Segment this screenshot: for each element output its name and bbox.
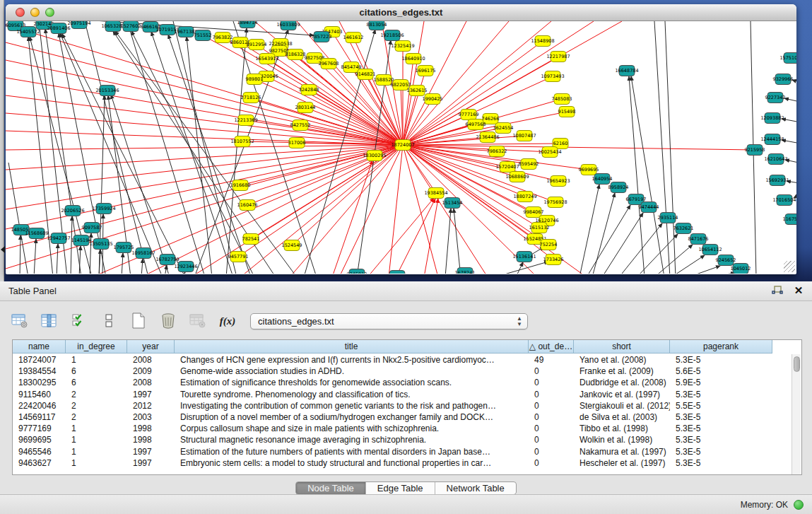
table-cell[interactable]: 6 bbox=[66, 366, 127, 377]
graph-edge[interactable] bbox=[629, 76, 645, 274]
table-cell[interactable]: 1997 bbox=[127, 389, 175, 400]
table-cell[interactable]: Disruption of a novel member of a sodium… bbox=[175, 411, 529, 423]
graph-node[interactable]: 19384554 bbox=[424, 188, 447, 199]
graph-node[interactable]: 2935114 bbox=[658, 213, 678, 223]
table-row[interactable]: 1830029562008Estimation of significance … bbox=[13, 377, 790, 388]
graph-node[interactable]: 15136141 bbox=[512, 252, 536, 262]
graph-node[interactable]: 2967608 bbox=[319, 59, 339, 69]
graph-edge[interactable] bbox=[403, 59, 413, 145]
graph-node[interactable]: 752254 bbox=[540, 240, 558, 250]
graph-node[interactable]: 782541 bbox=[242, 234, 260, 245]
table-cell[interactable]: 1998 bbox=[127, 423, 175, 434]
table-cell[interactable]: 0 bbox=[529, 434, 574, 445]
table-cell[interactable]: de Silva et al. (2003) bbox=[574, 411, 670, 423]
graph-edge[interactable] bbox=[141, 145, 403, 274]
graph-edge[interactable] bbox=[784, 98, 796, 105]
graph-node[interactable]: 8912954 bbox=[247, 40, 267, 50]
graph-node[interactable]: 9146821 bbox=[355, 69, 376, 80]
table-cell[interactable]: Franke et al. (2009) bbox=[574, 366, 670, 377]
select-columns-icon[interactable] bbox=[40, 312, 59, 330]
table-cell[interactable]: Investigating the contribution of common… bbox=[175, 400, 529, 411]
graph-node[interactable]: 1461612 bbox=[343, 33, 364, 43]
graph-edge[interactable] bbox=[57, 244, 58, 274]
graph-node[interactable]: 17016504 bbox=[772, 195, 796, 206]
graph-node[interactable]: 1045012 bbox=[731, 264, 751, 274]
graph-node[interactable]: 7857223 bbox=[312, 32, 332, 42]
table-cell[interactable]: 0 bbox=[529, 423, 574, 434]
graph-node[interactable]: 15692931 bbox=[765, 175, 789, 186]
table-cell[interactable]: 5.9E-5 bbox=[670, 377, 772, 388]
table-row[interactable]: 1938455462009Genome-wide association stu… bbox=[13, 366, 790, 377]
table-cell[interactable]: 1998 bbox=[127, 434, 175, 445]
row-height-icon[interactable] bbox=[99, 312, 119, 330]
graph-edge[interactable] bbox=[403, 21, 466, 145]
graph-node[interactable]: 9227342 bbox=[765, 93, 786, 103]
table-cell[interactable]: 49 bbox=[529, 354, 574, 366]
graph-node[interactable]: 1696175 bbox=[416, 66, 436, 76]
table-cell[interactable]: 5.3E-5 bbox=[670, 434, 772, 445]
graph-edge[interactable] bbox=[602, 213, 643, 274]
graph-edge[interactable] bbox=[20, 235, 20, 274]
table-cell[interactable]: 0 bbox=[529, 389, 574, 400]
table-row[interactable]: 2242004622012Investigating the contribut… bbox=[13, 400, 790, 411]
table-cell[interactable]: 1997 bbox=[127, 457, 175, 469]
graph-node[interactable]: 18107552 bbox=[230, 136, 254, 147]
graph-node[interactable]: 1733426 bbox=[543, 255, 564, 265]
graph-node[interactable]: 12325419 bbox=[391, 41, 414, 52]
graph-node[interactable]: 751552 bbox=[194, 30, 212, 41]
graph-edge[interactable] bbox=[403, 144, 560, 145]
table-cell[interactable]: 9699695 bbox=[13, 434, 66, 445]
graph-edge[interactable] bbox=[8, 163, 28, 274]
table-cell[interactable]: Genome-wide association studies in ADHD. bbox=[175, 366, 529, 377]
graph-edge[interactable] bbox=[495, 262, 548, 274]
table-row[interactable]: 977716911998Corpus callosum shape and si… bbox=[13, 423, 790, 434]
function-builder-icon[interactable]: f(x) bbox=[218, 312, 237, 330]
graph-edge[interactable] bbox=[240, 145, 403, 274]
graph-node[interactable]: 20153346 bbox=[95, 86, 119, 96]
table-cell[interactable]: 2 bbox=[66, 400, 127, 411]
table-cell[interactable]: 1997 bbox=[127, 446, 175, 457]
graph-edge[interactable] bbox=[141, 259, 143, 274]
close-panel-icon[interactable]: ✕ bbox=[792, 284, 805, 297]
table-settings-icon[interactable] bbox=[10, 312, 30, 330]
graph-node[interactable]: 1527602 bbox=[121, 21, 141, 32]
table-cell[interactable]: 0 bbox=[529, 400, 574, 411]
graph-node[interactable]: 12942757 bbox=[47, 233, 70, 244]
graph-node[interactable]: 1990425 bbox=[423, 94, 443, 105]
table-cell[interactable]: 9463627 bbox=[13, 457, 66, 469]
table-cell[interactable]: Hescheler et al. (1997) bbox=[574, 457, 670, 469]
graph-edge[interactable] bbox=[445, 209, 451, 274]
graph-node[interactable]: 7986322 bbox=[487, 146, 507, 157]
graph-node[interactable]: 15751074 bbox=[779, 53, 796, 64]
graph-node[interactable]: 18640910 bbox=[401, 54, 425, 64]
graph-node[interactable]: 16210643 bbox=[764, 154, 787, 165]
graph-edge[interactable] bbox=[6, 78, 403, 145]
graph-edge[interactable] bbox=[424, 199, 438, 274]
table-cell[interactable]: 18300295 bbox=[13, 377, 66, 388]
table-row[interactable]: 1872400712008Changes of HCN gene express… bbox=[13, 354, 790, 366]
column-header-name[interactable]: name bbox=[13, 340, 66, 354]
graph-node[interactable]: 1894714 bbox=[237, 21, 258, 28]
graph-node[interactable]: 2718126 bbox=[241, 93, 261, 103]
column-header-title[interactable]: title bbox=[175, 340, 529, 354]
network-window-titlebar[interactable]: citations_edges.txt bbox=[6, 4, 796, 21]
table-cell[interactable]: 9115460 bbox=[13, 389, 66, 400]
node-attribute-table[interactable]: namein_degreeyeartitle△ out_de…shortpage… bbox=[12, 339, 802, 475]
column-header-out_de[interactable]: △ out_de… bbox=[529, 340, 574, 354]
graph-node[interactable]: 9245013 bbox=[347, 269, 367, 274]
panel-collapse-arrow-icon[interactable] bbox=[1, 246, 5, 253]
graph-node[interactable]: 10958167 bbox=[131, 248, 155, 259]
table-row[interactable]: 969969511998Structural magnetic resonanc… bbox=[13, 434, 790, 445]
table-row[interactable]: 911546021997Tourette syndrome. Phenomeno… bbox=[13, 389, 790, 400]
table-cell[interactable]: 9465546 bbox=[13, 446, 66, 457]
tab-network-table[interactable]: Network Table bbox=[435, 482, 516, 494]
graph-edge[interactable] bbox=[6, 25, 403, 145]
graph-edge[interactable] bbox=[367, 198, 434, 274]
graph-node[interactable]: 915498 bbox=[558, 107, 576, 117]
table-cell[interactable]: Tourette syndrome. Phenomenology and cla… bbox=[175, 389, 529, 400]
graph-node[interactable]: 15720407 bbox=[495, 162, 519, 173]
table-cell[interactable]: 14569117 bbox=[13, 411, 66, 423]
table-cell[interactable]: 6 bbox=[66, 377, 127, 388]
graph-node[interactable]: 9457791 bbox=[228, 252, 249, 262]
graph-edge[interactable] bbox=[6, 42, 403, 145]
